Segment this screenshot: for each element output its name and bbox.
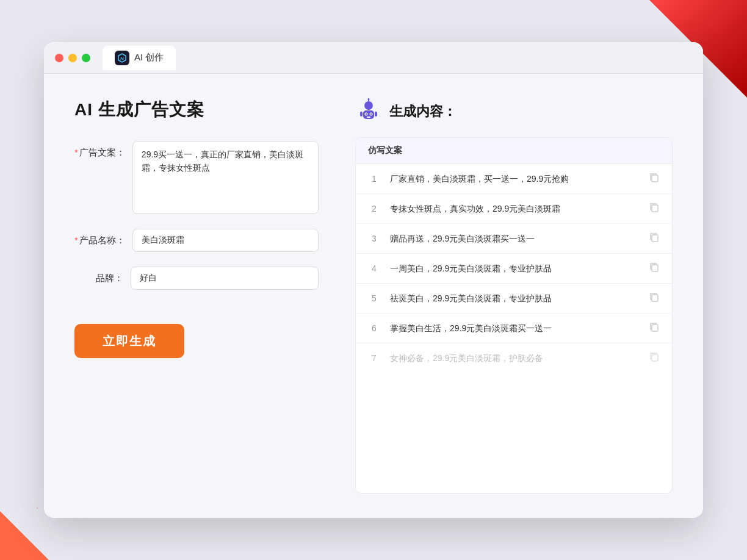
svg-rect-15 xyxy=(652,235,658,242)
product-name-label: *产品名称： xyxy=(74,229,125,246)
row-number: 2 xyxy=(368,204,380,214)
copy-icon[interactable] xyxy=(649,292,660,305)
ai-tab-icon: AI xyxy=(115,51,129,65)
copy-icon[interactable] xyxy=(649,232,660,245)
required-star-2: * xyxy=(74,235,78,245)
copy-icon[interactable] xyxy=(649,202,660,215)
svg-rect-6 xyxy=(367,117,370,118)
copy-icon[interactable] xyxy=(649,172,660,185)
result-title: 生成内容： xyxy=(389,102,457,121)
ad-copy-label: *广告文案： xyxy=(74,141,125,159)
result-rows-container: 1厂家直销，美白淡斑霜，买一送一，29.9元抢购 2专抹女性斑点，真实功效，29… xyxy=(356,164,672,373)
content-area: AI 生成广告文案 *广告文案： *产品名称： 品牌： 立即生成 xyxy=(44,74,703,518)
copy-icon[interactable] xyxy=(649,262,660,275)
right-panel: 生成内容： 仿写文案 1厂家直销，美白淡斑霜，买一送一，29.9元抢购 2专抹女… xyxy=(355,98,673,494)
table-row: 5祛斑美白，29.9元美白淡斑霜，专业护肤品 xyxy=(356,284,672,314)
row-number: 7 xyxy=(368,353,380,363)
tab-label: AI 创作 xyxy=(134,52,164,63)
row-number: 4 xyxy=(368,264,380,273)
svg-text:AI: AI xyxy=(120,57,124,60)
svg-point-12 xyxy=(370,113,372,115)
svg-rect-17 xyxy=(652,295,658,301)
svg-rect-9 xyxy=(360,112,363,117)
table-header: 仿写文案 xyxy=(356,138,672,164)
row-text: 祛斑美白，29.9元美白淡斑霜，专业护肤品 xyxy=(390,292,639,305)
table-row: 6掌握美白生活，29.9元美白淡斑霜买一送一 xyxy=(356,314,672,343)
svg-point-8 xyxy=(368,98,370,100)
browser-window: AI AI 创作 AI 生成广告文案 *广告文案： *产品名称： xyxy=(44,42,703,518)
brand-input[interactable] xyxy=(131,267,319,290)
result-header: 生成内容： xyxy=(355,98,673,125)
row-text: 掌握美白生活，29.9元美白淡斑霜买一送一 xyxy=(390,322,639,335)
titlebar: AI AI 创作 xyxy=(44,42,703,74)
table-row: 2专抹女性斑点，真实功效，29.9元美白淡斑霜 xyxy=(356,194,672,224)
svg-point-11 xyxy=(366,113,367,115)
row-number: 5 xyxy=(368,293,380,303)
table-row: 4一周美白，29.9元美白淡斑霜，专业护肤品 xyxy=(356,254,672,284)
copy-icon[interactable] xyxy=(649,321,660,335)
row-number: 1 xyxy=(368,174,380,184)
row-number: 3 xyxy=(368,234,380,243)
row-number: 6 xyxy=(368,323,380,333)
table-row: 1厂家直销，美白淡斑霜，买一送一，29.9元抢购 xyxy=(356,164,672,194)
row-text: 专抹女性斑点，真实功效，29.9元美白淡斑霜 xyxy=(390,203,639,215)
left-panel: AI 生成广告文案 *广告文案： *产品名称： 品牌： 立即生成 xyxy=(74,98,319,494)
traffic-lights xyxy=(55,54,90,62)
table-row: 3赠品再送，29.9元美白淡斑霜买一送一 xyxy=(356,224,672,254)
product-name-group: *产品名称： xyxy=(74,229,319,252)
ai-tab[interactable]: AI AI 创作 xyxy=(103,46,176,70)
robot-icon xyxy=(355,98,382,125)
svg-rect-18 xyxy=(652,325,658,331)
minimize-button[interactable] xyxy=(68,54,77,62)
table-row: 7女神必备，29.9元美白淡斑霜，护肤必备 xyxy=(356,343,672,373)
page-title: AI 生成广告文案 xyxy=(74,98,319,121)
copy-icon[interactable] xyxy=(649,351,660,365)
row-text: 厂家直销，美白淡斑霜，买一送一，29.9元抢购 xyxy=(390,173,639,185)
svg-point-2 xyxy=(364,101,373,110)
svg-rect-19 xyxy=(652,354,658,361)
ad-copy-group: *广告文案： xyxy=(74,141,319,214)
result-table: 仿写文案 1厂家直销，美白淡斑霜，买一送一，29.9元抢购 2专抹女性斑点，真实… xyxy=(355,137,673,494)
required-star: * xyxy=(74,147,78,157)
close-button[interactable] xyxy=(55,54,63,62)
svg-rect-16 xyxy=(652,265,658,271)
svg-rect-13 xyxy=(652,175,658,182)
row-text: 赠品再送，29.9元美白淡斑霜买一送一 xyxy=(390,232,639,245)
product-name-input[interactable] xyxy=(132,229,319,252)
brand-group: 品牌： xyxy=(74,267,319,290)
ad-copy-input[interactable] xyxy=(132,141,319,214)
row-text: 一周美白，29.9元美白淡斑霜，专业护肤品 xyxy=(390,262,639,275)
svg-rect-14 xyxy=(652,205,658,212)
generate-button[interactable]: 立即生成 xyxy=(74,324,184,358)
row-text: 女神必备，29.9元美白淡斑霜，护肤必备 xyxy=(390,352,639,365)
brand-label: 品牌： xyxy=(74,267,123,284)
maximize-button[interactable] xyxy=(82,54,90,62)
svg-rect-10 xyxy=(375,112,377,117)
